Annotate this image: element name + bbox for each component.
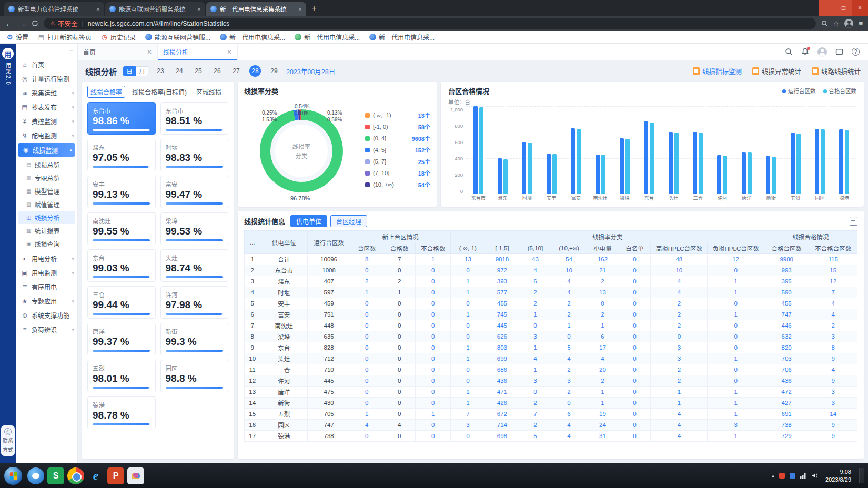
table-cell[interactable]: 699 — [485, 353, 519, 364]
table-cell[interactable]: 0 — [416, 331, 451, 342]
day-pill[interactable]: 27 — [230, 65, 242, 77]
table-cell[interactable]: 3 — [809, 331, 857, 342]
sidebar-item[interactable]: ▤抄表发布▾ — [16, 100, 77, 114]
table-cell[interactable]: 0 — [708, 331, 764, 342]
table-cell[interactable]: 0 — [619, 287, 651, 298]
table-cell[interactable]: 1 — [651, 398, 708, 409]
table-cell[interactable]: 427 — [764, 398, 809, 409]
table-cell[interactable]: 2 — [651, 320, 708, 331]
rate-card[interactable]: 五烈98.01 % — [87, 360, 156, 392]
table-cell[interactable]: 2 — [651, 298, 708, 309]
toolbar-tab-button[interactable]: 线损异常统计 — [752, 66, 801, 76]
table-cell[interactable]: 4 — [651, 431, 708, 442]
rate-card[interactable]: 新街99.3 % — [160, 323, 229, 355]
table-cell[interactable]: 3 — [519, 375, 551, 387]
legend-item[interactable]: (7, 10]18个 — [365, 169, 430, 177]
table-cell[interactable]: 2 — [651, 375, 708, 387]
table-cell[interactable]: 9980 — [764, 254, 809, 265]
table-cell[interactable]: 3 — [651, 353, 708, 364]
sidebar-subitem[interactable]: ▧赋值管理 — [16, 198, 77, 211]
legend-item[interactable]: (10, +∞)54个 — [365, 180, 430, 189]
table-cell[interactable]: 0 — [451, 431, 485, 442]
table-cell[interactable]: 1 — [708, 353, 764, 364]
files-icon[interactable]: S — [47, 467, 64, 484]
table-cell[interactable]: 3 — [519, 331, 551, 342]
table-cell[interactable]: 1 — [519, 309, 551, 320]
bar-segment[interactable] — [815, 129, 819, 194]
table-row[interactable]: 3濮东407220139364204139512 — [245, 276, 857, 287]
table-cell[interactable]: 2 — [551, 309, 587, 320]
table-cell[interactable]: 0 — [451, 265, 485, 276]
table-cell[interactable]: 0 — [416, 298, 451, 309]
table-cell[interactable]: 4 — [651, 276, 708, 287]
sidebar-collapse-icon[interactable]: ≡ — [69, 47, 73, 56]
bar-segment[interactable] — [839, 129, 843, 194]
page-tab-close-icon[interactable]: ✕ — [147, 48, 152, 56]
period-day-button[interactable]: 日 — [123, 66, 136, 76]
table-cell[interactable]: 0 — [619, 320, 651, 331]
table-cell[interactable]: 1 — [708, 409, 764, 420]
table-cell[interactable]: 0 — [451, 320, 485, 331]
table-cell[interactable]: 0 — [416, 420, 451, 431]
paint-icon[interactable] — [127, 467, 144, 484]
bar-segment[interactable] — [596, 155, 600, 194]
table-cell[interactable]: 12 — [809, 276, 857, 287]
sidebar-item[interactable]: ≋采集运维▾ — [16, 86, 77, 100]
table-cell[interactable]: 4 — [587, 353, 619, 364]
table-cell[interactable]: 0 — [519, 387, 551, 398]
bar-segment[interactable] — [552, 154, 557, 194]
table-cell[interactable]: 9 — [809, 353, 857, 364]
user-avatar[interactable] — [817, 47, 827, 57]
table-cell[interactable]: 2 — [519, 298, 551, 309]
bar-segment[interactable] — [571, 128, 575, 194]
rate-card[interactable]: 时堰98.83 % — [160, 139, 229, 171]
table-row[interactable]: 2东台市1008000097241021010099315 — [245, 265, 857, 276]
table-cell[interactable]: 0 — [619, 254, 651, 265]
bar-legend-item[interactable]: 合格台区数 — [823, 87, 857, 95]
table-cell[interactable]: 24 — [587, 420, 619, 431]
table-cell[interactable]: 1 — [451, 398, 485, 409]
bar-segment[interactable] — [699, 133, 703, 194]
table-cell[interactable]: 471 — [485, 387, 519, 398]
chrome-icon[interactable] — [67, 467, 84, 484]
table-cell[interactable]: 426 — [485, 398, 519, 409]
table-cell[interactable]: 4 — [551, 287, 587, 298]
bar-segment[interactable] — [528, 143, 532, 194]
table-cell[interactable]: 993 — [764, 265, 809, 276]
tab-close-icon[interactable]: × — [96, 5, 100, 13]
rate-card[interactable]: 南沈灶99.55 % — [87, 212, 156, 245]
table-row[interactable]: 17弶港738000069854310417299 — [245, 431, 857, 442]
table-cell[interactable]: 0 — [350, 265, 383, 276]
table-cell[interactable]: 9 — [809, 420, 857, 431]
table-cell[interactable]: 4 — [350, 420, 383, 431]
network-icon[interactable] — [800, 471, 807, 481]
table-cell[interactable]: 1 — [708, 287, 764, 298]
table-cell[interactable]: 0 — [619, 420, 651, 431]
table-cell[interactable]: 714 — [485, 420, 519, 431]
browser-menu-icon[interactable]: ≡ — [859, 19, 863, 27]
table-cell[interactable]: 0 — [416, 309, 451, 320]
bar-segment[interactable] — [577, 129, 581, 194]
tab-close-icon[interactable]: × — [197, 5, 201, 13]
sidebar-subitem[interactable]: ◫线损分析 — [18, 211, 75, 224]
browser-tab[interactable]: 新型电力负荷管理系统× — [4, 2, 104, 16]
tab-close-icon[interactable]: × — [298, 5, 302, 13]
table-cell[interactable]: 445 — [485, 320, 519, 331]
table-cell[interactable]: 436 — [764, 375, 809, 387]
table-cell[interactable]: 4 — [809, 364, 857, 375]
table-cell[interactable]: 820 — [764, 342, 809, 353]
bar-segment[interactable] — [601, 155, 605, 194]
table-cell[interactable]: 455 — [485, 298, 519, 309]
table-cell[interactable]: 14 — [809, 409, 857, 420]
rate-card[interactable]: 东台市98.86 % — [87, 102, 156, 135]
table-cell[interactable]: 2 — [350, 276, 383, 287]
notification-bell-icon[interactable] — [801, 48, 809, 56]
table-cell[interactable]: 5 — [519, 431, 551, 442]
table-toggle-button[interactable]: 台区经理 — [330, 215, 367, 227]
table-cell[interactable]: 1 — [587, 320, 619, 331]
tray-app-icon-red[interactable] — [779, 473, 785, 479]
table-cell[interactable]: 1 — [350, 409, 383, 420]
table-cell[interactable]: 745 — [485, 309, 519, 320]
table-cell[interactable]: 8 — [809, 342, 857, 353]
table-cell[interactable]: 2 — [587, 276, 619, 287]
